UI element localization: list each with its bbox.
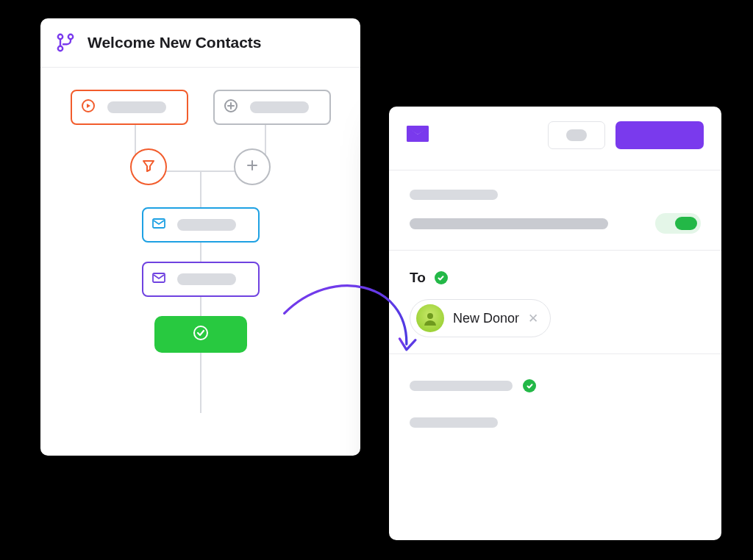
workflow-canvas — [40, 68, 360, 450]
placeholder-bar — [250, 101, 309, 113]
email-node-2[interactable] — [142, 262, 260, 297]
avatar — [416, 304, 444, 332]
placeholder-bar — [177, 273, 236, 285]
email-card: To New Donor ✕ — [389, 107, 721, 540]
check-circle-icon — [193, 325, 209, 344]
trigger-node[interactable] — [71, 90, 188, 125]
fields-section — [389, 354, 721, 450]
play-icon — [81, 98, 96, 116]
svg-point-8 — [427, 313, 433, 319]
recipient-name: New Donor — [453, 311, 519, 326]
recipient-chip[interactable]: New Donor ✕ — [410, 299, 551, 337]
email-node-1[interactable] — [142, 207, 260, 243]
toggle-switch[interactable] — [655, 213, 701, 234]
remove-chip-icon[interactable]: ✕ — [528, 311, 538, 326]
plus-icon — [246, 159, 259, 175]
add-step-node[interactable] — [213, 90, 331, 125]
check-circle-icon — [435, 271, 448, 284]
mail-icon — [152, 273, 165, 286]
funnel-icon — [141, 158, 156, 176]
plus-circle-icon — [224, 98, 238, 116]
mail-icon — [407, 126, 429, 145]
workflow-card: Welcome New Contacts — [40, 18, 360, 456]
secondary-button[interactable] — [548, 121, 605, 149]
svg-point-7 — [194, 326, 207, 340]
add-node[interactable] — [234, 148, 271, 185]
email-meta-section — [389, 170, 721, 251]
primary-button[interactable] — [615, 121, 704, 149]
to-label: To — [410, 270, 426, 286]
success-node[interactable] — [154, 316, 247, 353]
placeholder-bar — [177, 219, 236, 231]
workflow-header: Welcome New Contacts — [40, 18, 360, 68]
placeholder-bar — [107, 101, 166, 113]
mail-icon — [152, 218, 165, 231]
email-header — [389, 107, 721, 170]
check-circle-icon — [523, 379, 536, 392]
workflow-title: Welcome New Contacts — [88, 34, 262, 51]
recipient-section: To New Donor ✕ — [389, 251, 721, 354]
filter-node[interactable] — [130, 148, 167, 185]
branch-icon — [57, 33, 74, 52]
